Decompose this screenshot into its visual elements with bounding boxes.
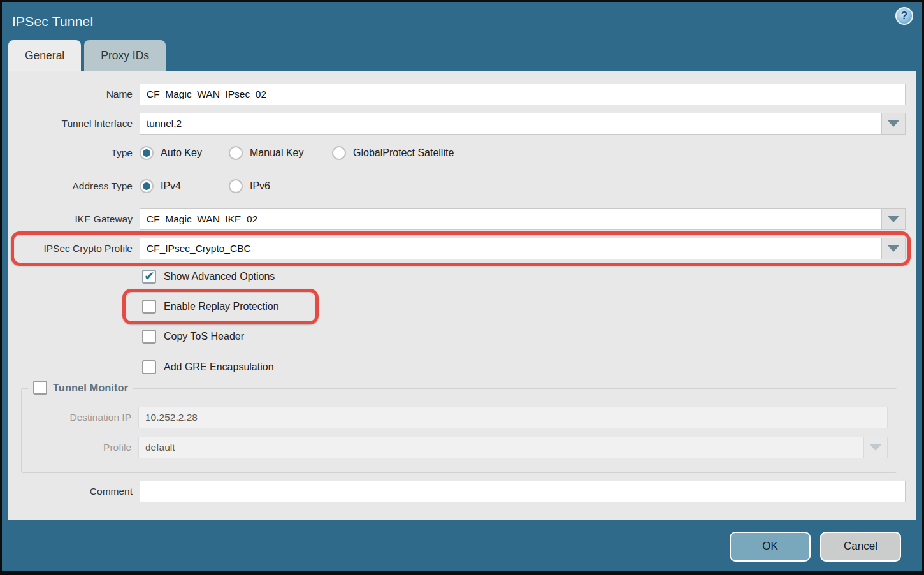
- add-gre-encapsulation-label: Add GRE Encapsulation: [164, 361, 274, 373]
- ipsec-crypto-profile-label: IPSec Crypto Profile: [8, 243, 140, 254]
- address-type-row: Address Type IPv4 IPv6: [8, 178, 906, 194]
- tunnel-interface-label: Tunnel Interface: [8, 118, 140, 129]
- destination-ip-input: [138, 407, 888, 428]
- tunnel-interface-input[interactable]: [140, 113, 881, 135]
- destination-ip-label: Destination IP: [22, 412, 138, 423]
- ike-gateway-label: IKE Gateway: [8, 214, 140, 225]
- general-tab-panel: Name Tunnel Interface Type A: [8, 71, 916, 520]
- tab-general[interactable]: General: [8, 40, 81, 71]
- ike-gateway-row: IKE Gateway: [8, 208, 906, 230]
- monitor-profile-input: [138, 437, 863, 458]
- chevron-down-icon: [888, 216, 899, 222]
- ok-button[interactable]: OK: [730, 532, 811, 562]
- copy-tos-header-checkbox[interactable]: [142, 330, 156, 344]
- name-input[interactable]: [140, 84, 906, 105]
- tab-proxy-ids[interactable]: Proxy IDs: [84, 40, 166, 71]
- ipsec-crypto-profile-row: IPSec Crypto Profile: [8, 238, 906, 259]
- monitor-profile-dropdown-button: [863, 437, 888, 458]
- tunnel-monitor-legend: Tunnel Monitor: [28, 381, 133, 395]
- ipsec-tunnel-dialog: IPSec Tunnel ? General Proxy IDs Name Tu…: [0, 0, 924, 575]
- tunnel-interface-dropdown-button[interactable]: [881, 113, 906, 135]
- radio-ipv4[interactable]: [140, 179, 154, 193]
- enable-replay-protection-row: Enable Replay Protection: [142, 300, 906, 314]
- ipsec-crypto-profile-dropdown-button[interactable]: [881, 238, 906, 259]
- destination-ip-row: Destination IP: [22, 407, 897, 428]
- copy-tos-header-label: Copy ToS Header: [164, 331, 244, 342]
- copy-tos-header-row: Copy ToS Header: [142, 330, 906, 344]
- radio-auto-key-label: Auto Key: [161, 147, 202, 159]
- help-icon[interactable]: ?: [895, 7, 913, 25]
- radio-manual-key[interactable]: [229, 146, 243, 160]
- radio-auto-key[interactable]: [140, 146, 154, 160]
- monitor-profile-row: Profile: [22, 437, 897, 458]
- enable-replay-protection-label: Enable Replay Protection: [164, 301, 279, 312]
- radio-manual-key-label: Manual Key: [250, 147, 304, 159]
- title-bar: IPSec Tunnel ?: [2, 2, 922, 40]
- show-advanced-options-label: Show Advanced Options: [164, 271, 275, 282]
- monitor-profile-label: Profile: [22, 442, 138, 453]
- radio-ipv6-label: IPv6: [250, 180, 270, 192]
- show-advanced-options-checkbox[interactable]: [142, 270, 156, 284]
- tab-bar: General Proxy IDs: [2, 40, 922, 71]
- chevron-down-icon: [888, 120, 899, 127]
- tunnel-monitor-checkbox[interactable]: [33, 381, 47, 395]
- comment-input[interactable]: [140, 481, 906, 502]
- cancel-button[interactable]: Cancel: [820, 532, 901, 562]
- radio-globalprotect-satellite[interactable]: [332, 146, 346, 160]
- add-gre-encapsulation-checkbox[interactable]: [142, 360, 156, 374]
- ike-gateway-input[interactable]: [140, 208, 881, 230]
- ike-gateway-dropdown-button[interactable]: [881, 208, 906, 230]
- dialog-footer: OK Cancel: [2, 520, 922, 572]
- add-gre-encapsulation-row: Add GRE Encapsulation: [142, 360, 906, 374]
- radio-ipv4-label: IPv4: [161, 180, 181, 192]
- name-label: Name: [8, 89, 140, 100]
- radio-ipv6[interactable]: [229, 179, 243, 193]
- type-row: Type Auto Key Manual Key GlobalProtect S…: [8, 145, 906, 161]
- tunnel-interface-row: Tunnel Interface: [8, 113, 906, 135]
- type-label: Type: [8, 147, 140, 159]
- chevron-down-icon: [888, 245, 899, 252]
- comment-row: Comment: [8, 481, 906, 502]
- dialog-title: IPSec Tunnel: [12, 13, 93, 29]
- address-type-label: Address Type: [8, 180, 140, 192]
- chevron-down-icon: [870, 444, 881, 451]
- tunnel-monitor-fieldset: Tunnel Monitor Destination IP Profile: [21, 388, 897, 473]
- comment-label: Comment: [8, 486, 140, 497]
- enable-replay-protection-checkbox[interactable]: [142, 300, 156, 314]
- name-row: Name: [8, 84, 906, 105]
- tunnel-monitor-label: Tunnel Monitor: [53, 382, 128, 394]
- ipsec-crypto-profile-input[interactable]: [140, 238, 881, 259]
- radio-globalprotect-satellite-label: GlobalProtect Satellite: [353, 147, 454, 159]
- show-advanced-options-row: Show Advanced Options: [142, 270, 906, 284]
